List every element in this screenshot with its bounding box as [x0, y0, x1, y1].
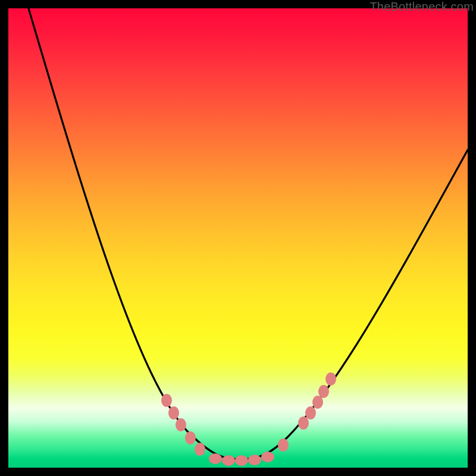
watermark-text: TheBottleneck.com: [369, 0, 474, 14]
svg-point-3: [185, 431, 196, 444]
chart-plot-area: [8, 8, 468, 468]
svg-point-9: [261, 452, 274, 462]
svg-point-7: [235, 455, 248, 466]
svg-point-11: [298, 416, 309, 430]
bottleneck-curve: [8, 8, 468, 468]
svg-point-14: [318, 385, 329, 398]
svg-point-6: [222, 455, 235, 466]
svg-point-13: [312, 396, 323, 409]
svg-point-8: [248, 455, 261, 465]
svg-point-0: [161, 394, 172, 407]
chart-frame: TheBottleneck.com: [0, 0, 476, 476]
svg-point-15: [325, 372, 336, 386]
dot-cluster: [161, 372, 336, 466]
svg-point-10: [278, 439, 289, 452]
v-curve-path: [29, 8, 468, 459]
svg-point-2: [176, 418, 186, 431]
svg-point-4: [195, 443, 205, 456]
svg-point-5: [209, 453, 222, 464]
svg-point-1: [168, 406, 179, 419]
svg-point-12: [305, 406, 316, 419]
